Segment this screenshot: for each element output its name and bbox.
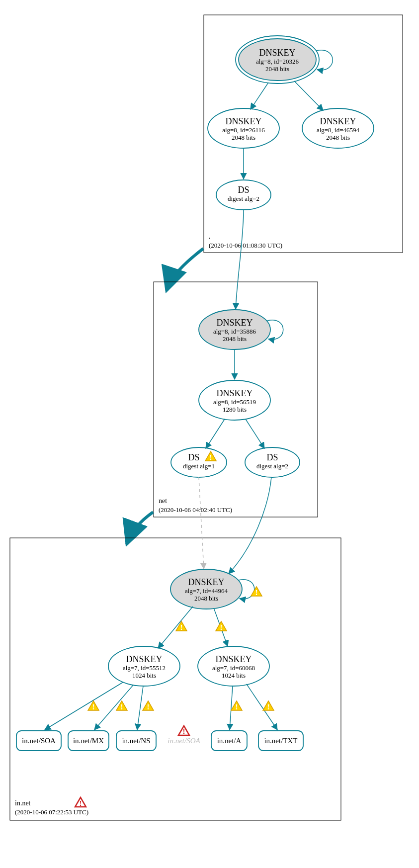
svg-text:2048 bits: 2048 bits [194,595,218,602]
net-ds1[interactable]: DS digest alg=1 [171,447,227,477]
zone-in-label: in.net [15,799,31,807]
svg-text:2048 bits: 2048 bits [265,65,289,73]
svg-text:digest alg=1: digest alg=1 [183,462,215,470]
rr-ns[interactable]: in.net/NS [116,731,156,751]
zone-net-timestamp: (2020-10-06 04:02:40 UTC) [159,506,232,514]
svg-text:DS: DS [188,452,199,462]
svg-text:DS: DS [238,185,249,195]
net-zsk-56519[interactable]: DNSKEY alg=8, id=56519 1280 bits [199,380,270,420]
svg-text:2048 bits: 2048 bits [232,134,255,141]
svg-text:1280 bits: 1280 bits [223,406,247,413]
warning-icon [143,701,154,711]
root-ksk-selfloop [316,50,333,70]
zone-arc-root-net [167,249,203,291]
svg-text:DNSKEY: DNSKEY [188,577,224,587]
warning-icon [231,701,242,711]
net-ksk-node[interactable]: DNSKEY alg=8, id=35886 2048 bits [199,310,270,349]
edge-zsk2-txt [247,684,277,730]
root-ksk-node[interactable]: DNSKEY alg=8, id=20326 2048 bits [236,36,319,84]
edge-inksk-zsk1 [158,607,193,648]
edge-zsk1-ns [137,686,143,730]
svg-text:in.net/SOA: in.net/SOA [22,737,56,745]
svg-text:DNSKEY: DNSKEY [216,388,252,398]
warning-icon [176,621,187,631]
svg-text:alg=8, id=26116: alg=8, id=26116 [222,126,265,134]
svg-text:alg=8, id=56519: alg=8, id=56519 [213,398,256,406]
edge-rootds-netksk [236,210,244,309]
svg-text:1024 bits: 1024 bits [222,672,246,679]
zone-arc-net-in [127,512,153,544]
rr-soa[interactable]: in.net/SOA [16,731,61,751]
svg-text:2048 bits: 2048 bits [223,335,247,343]
in-zsk-60068[interactable]: DNSKEY alg=7, id=60068 1024 bits [198,646,269,686]
rr-txt[interactable]: in.net/TXT [258,731,303,751]
svg-text:digest alg=2: digest alg=2 [228,195,259,202]
svg-text:in.net/NS: in.net/NS [122,737,150,745]
in-ksk-node[interactable]: DNSKEY alg=7, id=44964 2048 bits [170,569,242,609]
edge-ds1-inksk-dashed [199,477,204,569]
edge-netzsk-ds2 [246,419,264,448]
root-ds[interactable]: DS digest alg=2 [216,180,271,210]
zone-root-label: . [209,233,211,240]
zone-in-timestamp: (2020-10-06 07:22:53 UTC) [15,808,88,816]
error-icon [178,726,189,736]
edge-netzsk-ds1 [206,419,225,448]
net-ds2[interactable]: DS digest alg=2 [245,447,300,477]
svg-text:DNSKEY: DNSKEY [215,654,251,664]
rr-mx[interactable]: in.net/MX [68,731,109,751]
svg-text:DS: DS [266,452,278,462]
warning-icon [263,701,274,711]
svg-text:alg=7, id=44964: alg=7, id=44964 [185,587,228,595]
root-zsk-26116[interactable]: DNSKEY alg=8, id=26116 2048 bits [208,108,279,148]
svg-text:DNSKEY: DNSKEY [126,654,162,664]
svg-text:in.net/MX: in.net/MX [73,737,104,745]
svg-text:in.net/A: in.net/A [217,737,242,745]
warning-icon [251,587,262,597]
edge-rootksk-zsk2 [294,81,323,110]
zone-root-timestamp: (2020-10-06 01:08:30 UTC) [209,242,282,249]
rr-soa-ghost: in.net/SOA [168,737,200,745]
svg-text:alg=8, id=35886: alg=8, id=35886 [213,328,256,335]
svg-text:digest alg=2: digest alg=2 [256,462,288,470]
zone-net-label: net [159,497,167,505]
svg-text:DNSKEY: DNSKEY [225,116,261,126]
svg-text:1024 bits: 1024 bits [132,672,156,679]
edge-ds2-inksk [229,477,271,574]
svg-text:in.net/TXT: in.net/TXT [264,737,297,745]
error-icon [75,797,86,807]
edge-rootksk-zsk1 [251,83,268,109]
svg-text:DNSKEY: DNSKEY [216,318,252,328]
root-zsk-46594[interactable]: DNSKEY alg=8, id=46594 2048 bits [302,108,374,148]
svg-text:alg=8, id=46594: alg=8, id=46594 [317,126,360,134]
rr-a[interactable]: in.net/A [211,731,247,751]
dnssec-diagram: ! ! . (2020-10-06 01:08:30 UTC) DNSKEY a… [0,0,419,868]
svg-text:alg=7, id=55512: alg=7, id=55512 [123,664,166,672]
svg-text:alg=7, id=60068: alg=7, id=60068 [212,664,255,672]
in-zsk-55512[interactable]: DNSKEY alg=7, id=55512 1024 bits [108,646,180,686]
svg-text:DNSKEY: DNSKEY [259,48,295,58]
edge-zsk1-soa [45,682,123,730]
warning-icon [216,621,227,631]
svg-text:alg=8, id=20326: alg=8, id=20326 [256,58,299,65]
svg-text:DNSKEY: DNSKEY [320,116,356,126]
svg-text:2048 bits: 2048 bits [326,134,350,141]
edge-zsk1-mx [94,685,133,730]
